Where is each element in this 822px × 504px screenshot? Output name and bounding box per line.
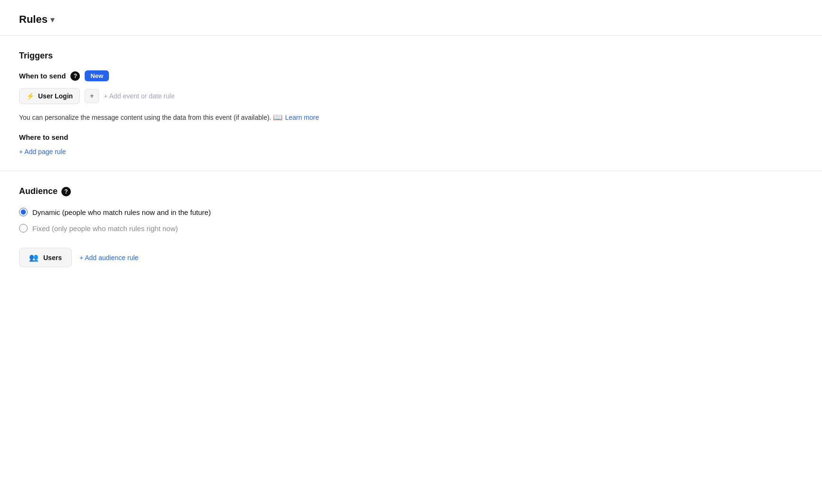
when-to-send-label: When to send	[19, 72, 66, 80]
triggers-section-title: Triggers	[19, 51, 803, 61]
users-button[interactable]: 👥 Users	[19, 248, 72, 267]
dynamic-option[interactable]: Dynamic (people who match rules now and …	[19, 208, 803, 216]
audience-section: Audience ? Dynamic (people who match rul…	[0, 171, 822, 282]
learn-more-link[interactable]: 📖 Learn more	[273, 113, 319, 122]
audience-title: Audience	[19, 186, 58, 196]
users-icon: 👥	[29, 253, 39, 262]
fixed-option[interactable]: Fixed (only people who match rules right…	[19, 224, 803, 233]
trigger-info-text: You can personalize the message content …	[19, 113, 803, 122]
dynamic-option-label: Dynamic (people who match rules now and …	[32, 208, 211, 216]
add-event-link[interactable]: + Add event or date rule	[104, 92, 175, 100]
where-to-send-label: Where to send	[19, 133, 803, 141]
page-header: Rules ▾	[0, 0, 822, 36]
trigger-button-label: User Login	[38, 92, 73, 100]
users-row: 👥 Users + Add audience rule	[19, 248, 803, 267]
fixed-radio[interactable]	[19, 224, 28, 233]
when-to-send-help-icon[interactable]: ?	[70, 71, 80, 81]
audience-radio-group: Dynamic (people who match rules now and …	[19, 208, 803, 233]
trigger-row: ⚡ User Login + + Add event or date rule	[19, 88, 803, 104]
user-login-button[interactable]: ⚡ User Login	[19, 88, 80, 104]
audience-title-row: Audience ?	[19, 186, 803, 196]
info-text-content: You can personalize the message content …	[19, 114, 271, 121]
new-badge: New	[85, 70, 109, 81]
users-button-label: Users	[43, 254, 62, 262]
page-title: Rules ▾	[19, 13, 803, 26]
fixed-option-label: Fixed (only people who match rules right…	[32, 224, 178, 233]
add-audience-rule-link[interactable]: + Add audience rule	[79, 254, 138, 262]
chevron-down-icon[interactable]: ▾	[50, 15, 54, 24]
triggers-section: Triggers When to send ? New ⚡ User Login…	[0, 36, 822, 171]
add-page-rule-link[interactable]: + Add page rule	[19, 148, 803, 155]
book-icon: 📖	[273, 113, 283, 122]
add-trigger-plus-button[interactable]: +	[85, 89, 99, 103]
audience-help-icon[interactable]: ?	[61, 187, 71, 196]
dynamic-radio[interactable]	[19, 208, 28, 216]
bolt-icon: ⚡	[26, 92, 34, 100]
when-to-send-row: When to send ? New	[19, 70, 803, 81]
learn-more-label: Learn more	[285, 114, 319, 121]
title-text: Rules	[19, 13, 48, 26]
